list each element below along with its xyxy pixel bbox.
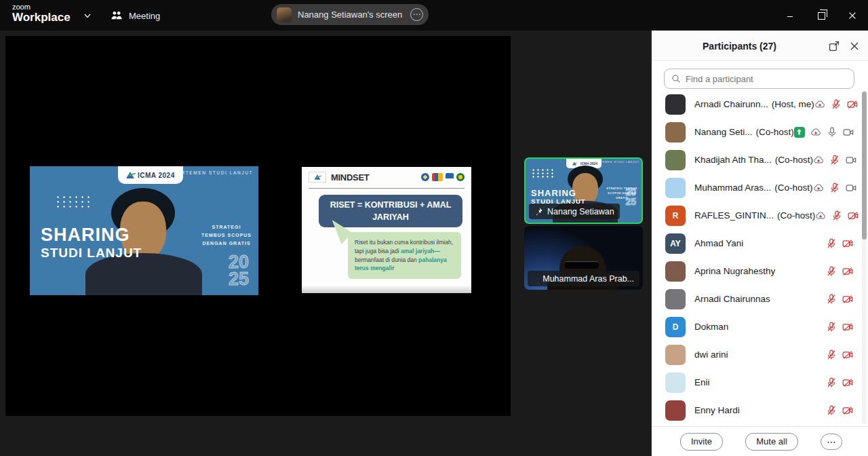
mic-muted-icon[interactable] [829, 183, 840, 193]
meeting-tab-label: Meeting [129, 11, 160, 21]
scrollbar-thumb[interactable] [862, 92, 867, 240]
dots-decoration [55, 195, 90, 210]
dots-decoration [531, 168, 554, 178]
pin-icon [538, 274, 538, 283]
mic-muted-icon[interactable] [831, 99, 842, 110]
participant-role: (Host, me) [772, 99, 814, 109]
participant-name: RAFLES_GINTIN... [694, 210, 774, 221]
video-thumbnail-muhammad[interactable]: Muhammad Aras Prab... [524, 226, 643, 290]
participant-name: Nanang Seti... [694, 127, 753, 137]
video-off-icon[interactable] [842, 294, 853, 305]
restore-button[interactable] [806, 0, 837, 31]
cloud-recording-icon [810, 127, 821, 138]
search-input[interactable] [686, 74, 847, 84]
avatar: AY [665, 233, 686, 254]
participant-row[interactable]: AY Ahmad Yani [652, 229, 861, 257]
mic-muted-icon[interactable] [826, 349, 837, 360]
video-off-icon[interactable] [842, 349, 853, 360]
mic-muted-icon[interactable] [826, 405, 837, 416]
icma-badge-label: ICMA 2024 [138, 172, 175, 179]
video-off-icon[interactable] [842, 322, 853, 332]
video-off-icon[interactable] [842, 238, 853, 249]
pop-out-icon[interactable] [829, 41, 840, 52]
tab-meeting[interactable]: Meeting [111, 7, 160, 24]
participant-name-tag: Muhammad Aras Prab... [528, 271, 639, 286]
mic-muted-icon[interactable] [826, 322, 837, 332]
mini-year-outline: 20 25 [625, 188, 636, 206]
slide-key-message-box: RISET = KONTRIBUSI + AMAL JARIYAH [319, 195, 462, 227]
close-button[interactable] [837, 0, 868, 31]
participant-row[interactable]: Arnadi Chairunnas [652, 285, 861, 313]
studi-lanjut-title: STUDI LANJUT [41, 246, 142, 259]
participant-role: (Co-host) [774, 183, 812, 193]
avatar [665, 122, 686, 142]
avatar [665, 400, 686, 421]
participant-name: Enny Hardi [694, 405, 740, 415]
institution-flag-logo-icon [446, 173, 454, 181]
participant-row[interactable]: dwi arini [652, 341, 861, 368]
slide-heading: MINDSET [331, 172, 369, 183]
participant-name: Khadijah Ath Tha... [694, 155, 772, 165]
more-options-button[interactable]: ⋯ [821, 434, 842, 450]
video-on-icon[interactable] [846, 183, 856, 193]
scrollbar-track[interactable] [862, 90, 867, 424]
participant-row[interactable]: Enii [652, 368, 861, 396]
participant-name: Muhammad Aras... [694, 183, 771, 193]
participant-row[interactable]: D Dokman [652, 313, 861, 341]
avatar: D [665, 317, 686, 337]
mic-muted-icon[interactable] [831, 210, 842, 221]
participant-row[interactable]: Aprina Nugrahesthy [652, 257, 861, 285]
shared-screen-pill[interactable]: Nanang Setiawan's screen ⋯ [271, 4, 429, 25]
participant-row[interactable]: Enny Hardi [652, 396, 861, 424]
video-on-icon[interactable] [843, 127, 854, 138]
thumbnail-name-label: Muhammad Aras Prab... [542, 274, 634, 284]
participant-row[interactable]: Arnadi Chairunn... (Host, me) [652, 90, 861, 118]
screen-sharing-icon [794, 127, 805, 138]
mic-muted-icon[interactable] [826, 377, 837, 388]
participant-search[interactable] [664, 69, 854, 89]
video-off-icon[interactable] [848, 210, 859, 221]
meeting-stage: DEPARTEMEN STUDI LANJUT ICMA 2024 SHARIN… [0, 31, 651, 456]
presentation-slide[interactable]: MINDSET RISET = KONTRIBUSI + AMAL JARIYA… [302, 167, 471, 293]
restore-icon [818, 12, 825, 20]
participant-row[interactable]: Muhammad Aras... (Co-host) [652, 174, 861, 202]
mute-all-button[interactable]: Mute all [745, 433, 798, 451]
mic-muted-icon[interactable] [826, 294, 837, 305]
icma-logo-icon [126, 172, 134, 178]
slide-partner-logos [421, 173, 465, 181]
year-2025-outline: 20 25 [229, 254, 249, 288]
header-divider [309, 188, 465, 189]
kemenag-logo-icon [456, 173, 465, 181]
participants-footer: Invite Mute all ⋯ [652, 426, 868, 456]
avatar [665, 150, 686, 170]
participant-name: Ahmad Yani [694, 238, 743, 248]
mic-muted-icon[interactable] [826, 266, 837, 277]
window-controls: – [774, 0, 868, 31]
video-on-icon[interactable] [846, 155, 856, 166]
presenter-video-tile[interactable]: DEPARTEMEN STUDI LANJUT ICMA 2024 SHARIN… [30, 166, 258, 295]
mic-muted-icon[interactable] [829, 155, 840, 166]
video-thumbnail-nanang[interactable]: DEPARTEMEN STUDI LANJUT ICMA 2024 SHARIN… [524, 157, 643, 224]
participant-name-tag: Nanang Setiawan [529, 204, 620, 219]
video-off-icon[interactable] [847, 99, 858, 110]
thumbnail-name-label: Nanang Setiawan [547, 207, 614, 216]
chevron-down-icon[interactable] [83, 11, 92, 20]
video-off-icon[interactable] [842, 377, 853, 388]
avatar [665, 94, 686, 115]
mic-on-icon[interactable] [827, 127, 837, 138]
video-off-icon[interactable] [842, 266, 853, 277]
participant-row[interactable]: Nanang Seti... (Co-host) [652, 118, 861, 146]
participant-row[interactable]: Khadijah Ath Tha... (Co-host) [652, 146, 861, 174]
video-off-icon[interactable] [842, 405, 853, 416]
screen-options-ellipsis-icon[interactable]: ⋯ [410, 8, 423, 21]
dikti-logo-icon [421, 173, 429, 181]
participant-row[interactable]: R RAFLES_GINTIN... (Co-host) [652, 202, 861, 229]
title-bar: zoom Workplace Meeting Nanang Setiawan's… [0, 0, 868, 31]
sunglasses [565, 261, 599, 269]
close-panel-icon[interactable] [849, 41, 860, 52]
minimize-button[interactable]: – [774, 0, 806, 31]
mic-muted-icon[interactable] [826, 238, 837, 249]
meeting-people-icon [111, 10, 123, 22]
shared-screen-content: DEPARTEMEN STUDI LANJUT ICMA 2024 SHARIN… [5, 36, 511, 416]
invite-button[interactable]: Invite [680, 433, 723, 451]
